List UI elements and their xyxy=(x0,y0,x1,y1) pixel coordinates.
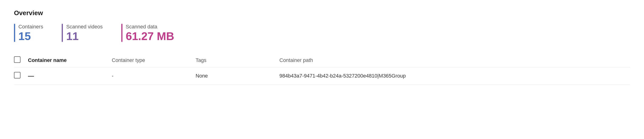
stats-row: Containers 15 Scanned videos 11 Scanned … xyxy=(14,24,630,42)
table-row: — - None 984b43a7-9471-4b42-b24a-5327200… xyxy=(14,67,630,85)
row-container-path: 984b43a7-9471-4b42-b24a-5327200e4810|M36… xyxy=(280,73,630,79)
stat-containers: Containers 15 xyxy=(14,24,43,42)
stat-label-scanned-videos: Scanned videos xyxy=(66,24,103,30)
row-container-type: - xyxy=(112,73,196,79)
row-tags: None xyxy=(196,73,280,79)
row-container-name: — xyxy=(28,72,112,80)
stat-border-scanned-data xyxy=(121,24,122,42)
row-checkbox-cell xyxy=(14,72,28,80)
header-container-type: Container type xyxy=(112,57,196,63)
stat-value-scanned-videos: 11 xyxy=(66,31,103,42)
header-checkbox-cell xyxy=(14,56,28,64)
stat-content-containers: Containers 15 xyxy=(18,24,43,42)
overview-section: Overview Containers 15 Scanned videos 11… xyxy=(14,9,630,85)
header-container-path: Container path xyxy=(280,57,630,63)
table-header: Container name Container type Tags Conta… xyxy=(14,54,630,67)
header-checkbox[interactable] xyxy=(14,56,20,63)
stat-border-scanned-videos xyxy=(62,24,63,42)
containers-table: Container name Container type Tags Conta… xyxy=(14,54,630,85)
header-tags: Tags xyxy=(196,57,280,63)
stat-label-scanned-data: Scanned data xyxy=(126,24,174,30)
stat-value-containers: 15 xyxy=(18,31,43,42)
stat-content-scanned-videos: Scanned videos 11 xyxy=(66,24,103,42)
row-checkbox[interactable] xyxy=(14,72,20,78)
stat-label-containers: Containers xyxy=(18,24,43,30)
stat-content-scanned-data: Scanned data 61.27 MB xyxy=(126,24,174,42)
header-container-name: Container name xyxy=(28,57,112,63)
stat-scanned-data: Scanned data 61.27 MB xyxy=(121,24,174,42)
stat-border-containers xyxy=(14,24,15,42)
overview-title: Overview xyxy=(14,9,630,17)
stat-scanned-videos: Scanned videos 11 xyxy=(62,24,103,42)
stat-value-scanned-data: 61.27 MB xyxy=(126,31,174,42)
